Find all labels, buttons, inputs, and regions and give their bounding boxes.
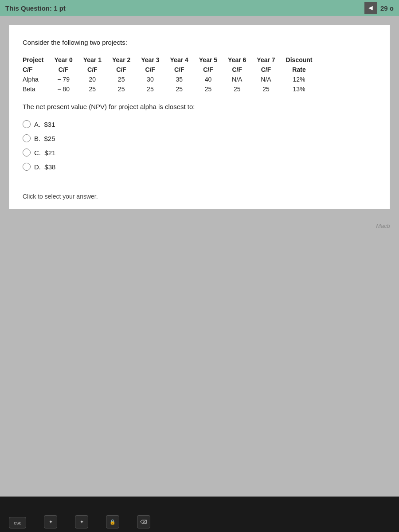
choice-b[interactable]: B. $25 [23, 134, 376, 142]
alpha-year2: 25 [107, 74, 136, 84]
year1-col-header: Year 1 [78, 55, 107, 65]
beta-year1: 25 [78, 84, 107, 94]
content-wrapper: Consider the following two projects: Pro… [0, 16, 399, 497]
radio-c[interactable] [23, 149, 31, 156]
discount-col-header: Discount [281, 55, 318, 65]
main-content-panel: Consider the following two projects: Pro… [9, 25, 390, 209]
alpha-rate: 12% [281, 74, 318, 84]
table-header-top-row: Project Year 0 Year 1 Year 2 Year 3 Year… [23, 55, 317, 65]
year6-col-header: Year 6 [223, 55, 251, 65]
question-points: This Question: 1 pt [5, 4, 66, 12]
fn-key1[interactable]: ✦ [44, 515, 57, 528]
choice-d[interactable]: D. $38 [23, 163, 376, 171]
year4-col-header: Year 4 [165, 55, 194, 65]
alpha-year0: − 79 [49, 74, 78, 84]
alpha-year3: 30 [136, 74, 164, 84]
question-counter: 29 o [380, 4, 394, 12]
alpha-year7: N/A [251, 74, 280, 84]
click-instruction: Click to select your answer. [23, 184, 376, 200]
year3-col-header: Year 3 [136, 55, 164, 65]
fn-key2[interactable]: ✦ [75, 515, 88, 528]
cf-year6-label: C/F [223, 65, 251, 74]
esc-key[interactable]: esc [9, 517, 26, 528]
cf-main-label: C/F [23, 65, 49, 74]
choice-c[interactable]: C. $21 [23, 149, 376, 156]
beta-year7: 25 [251, 84, 280, 94]
beta-year6: 25 [223, 84, 251, 94]
beta-project-name: Beta [23, 84, 49, 94]
fn-key3[interactable]: 🔒 [106, 515, 119, 528]
cf-year3-label: C/F [136, 65, 164, 74]
table-row-beta: Beta − 80 25 25 25 25 25 25 25 13% [23, 84, 317, 94]
cf-year2-label: C/F [107, 65, 136, 74]
label-c[interactable]: C. $21 [34, 149, 55, 156]
keyboard-bar: esc ✦ ✦ 🔒 ⌫ [0, 497, 399, 532]
nav-back-button[interactable]: ◄ [364, 2, 377, 14]
alpha-year5: 40 [194, 74, 223, 84]
beta-year5: 25 [194, 84, 223, 94]
alpha-year1: 20 [78, 74, 107, 84]
year0-col-header: Year 0 [49, 55, 78, 65]
macbook-label: Macb [0, 218, 399, 234]
year5-col-header: Year 5 [194, 55, 223, 65]
radio-a[interactable] [23, 120, 31, 128]
label-d[interactable]: D. $38 [34, 163, 55, 171]
cf-year7-label: C/F [251, 65, 280, 74]
answer-choices-group: A. $31 B. $25 C. $21 D. $38 [23, 120, 376, 171]
intro-text: Consider the following two projects: [23, 39, 376, 46]
year7-col-header: Year 7 [251, 55, 280, 65]
alpha-year6: N/A [223, 74, 251, 84]
beta-year2: 25 [107, 84, 136, 94]
beta-rate: 13% [281, 84, 318, 94]
alpha-project-name: Alpha [23, 74, 49, 84]
label-a[interactable]: A. $31 [34, 121, 55, 128]
choice-a[interactable]: A. $31 [23, 120, 376, 128]
npv-question-text: The net present value (NPV) for project … [23, 103, 376, 110]
radio-d[interactable] [23, 163, 31, 171]
label-b[interactable]: B. $25 [34, 135, 55, 142]
year2-col-header: Year 2 [107, 55, 136, 65]
rate-label: Rate [281, 65, 318, 74]
project-col-header: Project [23, 55, 49, 65]
beta-year3: 25 [136, 84, 164, 94]
cf-year1-label: C/F [78, 65, 107, 74]
top-bar: This Question: 1 pt ◄ 29 o [0, 0, 399, 16]
table-row-alpha: Alpha − 79 20 25 30 35 40 N/A N/A 12% [23, 74, 317, 84]
cf-year0-label: C/F [49, 65, 78, 74]
radio-b[interactable] [23, 134, 31, 142]
cf-year4-label: C/F [165, 65, 194, 74]
projects-table: Project Year 0 Year 1 Year 2 Year 3 Year… [23, 55, 317, 94]
navigation-controls: ◄ 29 o [364, 2, 394, 14]
beta-year0: − 80 [49, 84, 78, 94]
table-header-sub-row: C/F C/F C/F C/F C/F C/F C/F C/F C/F Rate [23, 65, 317, 74]
alpha-year4: 35 [165, 74, 194, 84]
beta-year4: 25 [165, 84, 194, 94]
fn-key4[interactable]: ⌫ [137, 515, 150, 528]
cf-year5-label: C/F [194, 65, 223, 74]
